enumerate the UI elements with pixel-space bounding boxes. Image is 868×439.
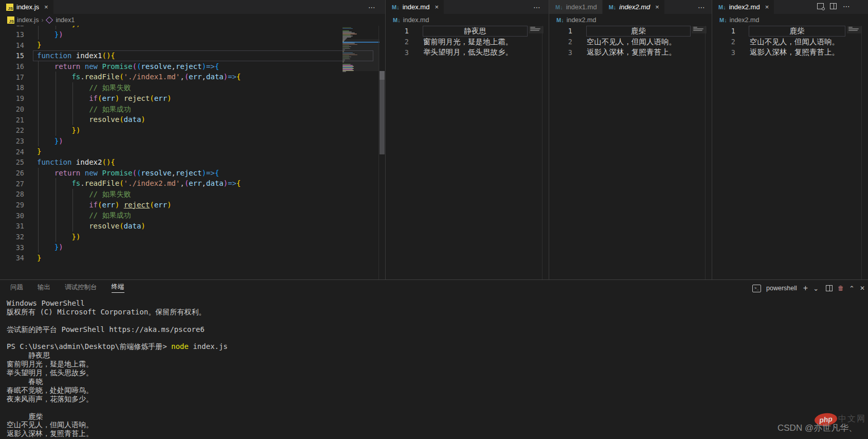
breadcrumb-file[interactable]: index.js [17, 16, 39, 24]
terminal-line: Windows PowerShell [7, 299, 863, 308]
more-actions-icon[interactable]: ⋯ [698, 3, 706, 11]
more-actions-icon[interactable]: ⋯ [368, 3, 376, 11]
line-number: 32 [0, 233, 24, 241]
scrollbar-track[interactable] [378, 26, 385, 279]
code-line[interactable]: 13 }) [0, 29, 378, 40]
code-line[interactable]: 33 }) [0, 242, 378, 253]
markdown-line[interactable]: 3返影入深林，复照青苔上。 [549, 47, 705, 58]
kill-terminal-icon[interactable]: 🗑 [838, 285, 844, 291]
code-line[interactable]: 31 resolve(data) [0, 221, 378, 232]
scrollbar-track[interactable] [705, 26, 712, 279]
code-line[interactable]: 28 // 如果失败 [0, 189, 378, 200]
breadcrumb[interactable]: M↓ index.md [386, 14, 549, 26]
markdown-editor[interactable]: 1鹿柴2空山不见人，但闻人语响。3返影入深林，复照青苔上。 [549, 26, 705, 58]
breadcrumb[interactable]: JS index.js › index1 [0, 14, 385, 26]
poem-line: 空山不见人，但闻人语响。 [750, 37, 839, 47]
chevron-right-icon: › [41, 16, 43, 24]
close-tab-icon[interactable]: × [655, 3, 659, 11]
code-line[interactable]: 29 if(err) reject(err) [0, 200, 378, 210]
markdown-line[interactable]: 1静夜思 [386, 26, 542, 37]
more-actions-icon[interactable]: ⋯ [843, 3, 851, 10]
code-line[interactable]: 30 // 如果成功 [0, 210, 378, 221]
line-number: 33 [0, 243, 24, 252]
markdown-line[interactable]: 3举头望明月，低头思故乡。 [386, 47, 542, 58]
terminal-output[interactable]: Windows PowerShell版权所有 (C) Microsoft Cor… [7, 299, 863, 438]
code-line[interactable]: 34} [0, 253, 378, 264]
tab-index2-md[interactable]: M↓ index2.md × [712, 0, 774, 14]
markdown-line[interactable]: 1鹿柴 [712, 26, 861, 37]
markdown-line[interactable]: 3返影入深林，复照青苔上。 [712, 47, 861, 58]
scrollbar-track[interactable] [542, 26, 549, 279]
split-terminal-icon[interactable] [826, 285, 833, 291]
tab-bar: M↓ index1.md M↓ index2.md × [549, 0, 712, 14]
code-line[interactable]: 14} [0, 40, 378, 50]
line-number: 23 [0, 137, 24, 145]
line-number: 19 [0, 94, 24, 102]
tab-label: index2.md [729, 3, 760, 11]
close-tab-icon[interactable]: × [435, 3, 439, 11]
code-line[interactable]: 23 }) [0, 136, 378, 147]
code-line[interactable]: 25function index2(){ [0, 157, 378, 168]
breadcrumb[interactable]: M↓ index2.md [549, 14, 712, 26]
tab-index1-md[interactable]: M↓ index1.md [549, 0, 603, 14]
minimap[interactable] [692, 26, 707, 33]
markdown-line[interactable]: 1鹿柴 [549, 26, 705, 37]
code-line[interactable]: 32 }) [0, 232, 378, 242]
code-line[interactable]: 22 }) [0, 125, 378, 136]
breadcrumb-symbol[interactable]: index1 [56, 16, 75, 24]
code-line[interactable]: 26 return new Promise((resolve,reject)=>… [0, 168, 378, 179]
tab-index-js[interactable]: JS index.js × [0, 0, 54, 14]
panel-tab-调试控制台[interactable]: 调试控制台 [65, 283, 97, 293]
minimap[interactable] [342, 26, 379, 89]
code-line[interactable]: 20 // 如果成功 [0, 104, 378, 115]
terminal-line: 夜来风雨声，花落知多少。 [7, 395, 863, 403]
code-line[interactable]: 19 if(err) reject(err) [0, 93, 378, 104]
new-terminal-icon[interactable]: + [803, 284, 808, 292]
open-preview-side-icon[interactable] [817, 3, 824, 9]
line-number: 3 [549, 48, 572, 57]
markdown-editor[interactable]: 1静夜思2窗前明月光，疑是地上霜。3举头望明月，低头思故乡。 [386, 26, 542, 58]
markdown-editor[interactable]: 1鹿柴2空山不见人，但闻人语响。3返影入深林，复照青苔上。 [712, 26, 861, 58]
panel-tab-问题[interactable]: 问题 [10, 283, 23, 293]
more-actions-icon[interactable]: ⋯ [533, 3, 541, 11]
code-editor[interactable]: 12 })13 })14}15function index1(){16 retu… [0, 26, 378, 279]
code-line[interactable]: 21 resolve(data) [0, 114, 378, 125]
current-line-highlight: 鹿柴 [749, 26, 845, 37]
breadcrumb[interactable]: M↓ index2.md [712, 14, 868, 26]
scrollbar-track[interactable] [861, 26, 868, 279]
terminal-profile-label[interactable]: powershell [766, 285, 797, 292]
minimap[interactable] [529, 26, 544, 33]
markdown-line[interactable]: 2空山不见人，但闻人语响。 [712, 37, 861, 47]
code-line[interactable]: 24} [0, 146, 378, 157]
terminal-profile-dropdown-icon[interactable]: ⌄ [813, 285, 819, 292]
terminal-line: 举头望明月，低头思故乡。 [7, 368, 863, 377]
split-editor-icon[interactable] [830, 3, 837, 9]
markdown-line[interactable]: 2窗前明月光，疑是地上霜。 [386, 37, 542, 47]
markdown-line[interactable]: 2空山不见人，但闻人语响。 [549, 37, 705, 47]
scrollbar-thumb[interactable] [379, 80, 385, 154]
close-tab-icon[interactable]: × [765, 3, 769, 11]
tab-index2-md[interactable]: M↓ index2.md × [603, 0, 665, 14]
maximize-panel-icon[interactable]: ⌃ [849, 285, 855, 292]
line-number: 2 [386, 38, 409, 46]
code-line[interactable]: 16 return new Promise((resolve,reject)=>… [0, 61, 378, 72]
tab-index-md[interactable]: M↓ index.md × [386, 0, 444, 14]
terminal-line [7, 334, 863, 343]
panel-tab-终端[interactable]: 终端 [112, 283, 124, 293]
code-line[interactable]: 18 // 如果失败 [0, 82, 378, 93]
breadcrumb-file[interactable]: index2.md [567, 16, 596, 24]
breadcrumb-file[interactable]: index.md [403, 16, 429, 24]
panel-tab-输出[interactable]: 输出 [38, 283, 50, 293]
code-line[interactable]: 27 fs.readFile('./index2.md',(err,data)=… [0, 178, 378, 189]
markdown-file-icon: M↓ [392, 4, 400, 10]
code-line[interactable]: 12 }) [0, 26, 378, 29]
line-number: 29 [0, 201, 24, 209]
code-line[interactable]: 17 fs.readFile('./index1.md',(err,data)=… [0, 72, 378, 82]
terminal-line: 静夜思 [7, 351, 863, 360]
line-number: 1 [712, 27, 735, 35]
minimap[interactable] [847, 26, 861, 33]
breadcrumb-file[interactable]: index2.md [730, 16, 760, 24]
code-line[interactable]: 15function index1(){ [0, 50, 378, 61]
close-panel-icon[interactable]: ✕ [860, 285, 865, 291]
close-tab-icon[interactable]: × [44, 3, 48, 11]
